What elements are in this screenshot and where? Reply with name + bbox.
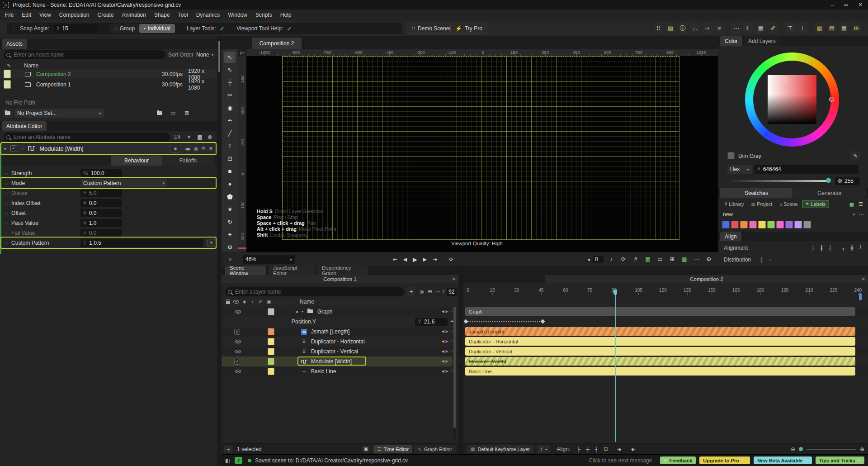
image-icon[interactable]: ▦ xyxy=(643,254,652,264)
timeline-scrollbar[interactable] xyxy=(859,293,862,300)
message-count-badge[interactable]: 7 xyxy=(235,457,242,464)
display-icon[interactable]: ▭ xyxy=(656,254,665,264)
next-message-link[interactable]: Click to see next message xyxy=(589,457,652,464)
input-connection-icon[interactable]: ◀ xyxy=(184,147,188,151)
ease-filter-field[interactable]: ƒ - xyxy=(537,445,550,453)
viewport-frame-counter[interactable]: 0 xyxy=(593,256,604,263)
connection-circle-icon[interactable]: ○ xyxy=(449,358,454,363)
attribute-value-field[interactable]: #0.0 xyxy=(80,209,122,217)
zoom-level-select[interactable]: 46% ▾ xyxy=(243,255,295,264)
color-swatch[interactable] xyxy=(758,221,766,228)
color-swatch[interactable] xyxy=(740,221,748,228)
expand-tools-icon[interactable]: » xyxy=(224,255,236,264)
connection-circle-icon[interactable]: ○ xyxy=(449,338,454,343)
layer-row-jsmath-length[interactable]: ✓JSJsmath [Length]◀▶○ xyxy=(222,327,452,337)
color-swatch[interactable] xyxy=(767,221,775,228)
draw-icon[interactable]: ✐ xyxy=(768,23,778,34)
menu-item-animation[interactable]: Animation xyxy=(118,10,150,20)
asset-name[interactable]: Composition 2 xyxy=(36,71,71,77)
checkerboard-icon[interactable]: ▩ xyxy=(680,254,689,264)
source-labels[interactable]: ⚑Labels xyxy=(802,200,830,208)
timeline-bar-duplicator-horizontal[interactable]: Duplicator - Horizontal xyxy=(465,337,855,346)
layer-search-input[interactable] xyxy=(235,289,401,295)
output-connection-icon[interactable]: ▶ xyxy=(445,359,449,363)
layer-row-position-y[interactable]: Position.YY21.6◂▸ xyxy=(222,317,452,327)
more-icon[interactable]: ⋯ xyxy=(731,23,742,34)
cells-view-icon[interactable]: ▦ xyxy=(839,23,849,34)
columns-view-icon[interactable]: ▥ xyxy=(814,23,825,34)
tab-align[interactable]: Align xyxy=(720,232,741,241)
layer-name[interactable]: Graph xyxy=(317,309,332,315)
audio-icon[interactable]: ♪ xyxy=(607,254,616,264)
attribute-search-field[interactable] xyxy=(4,133,170,142)
visibility-eye-icon[interactable] xyxy=(234,310,241,314)
hex-mode-select[interactable]: Hex▾ xyxy=(727,165,752,174)
connection-circle-icon[interactable]: ○ xyxy=(449,309,454,313)
tool-direct-select-icon[interactable]: ⇖ xyxy=(224,64,236,76)
tool-rotate-icon[interactable]: ↻ xyxy=(224,216,236,228)
align-keyframes-icon[interactable]: ┤ xyxy=(593,446,601,453)
asset-row[interactable]: Composition 230.00fps1920 x 1080 xyxy=(0,69,217,79)
snap-angle-field[interactable]: # 15 xyxy=(54,24,98,33)
layer-list-scrollbar[interactable] xyxy=(453,307,456,439)
tab-dependency-graph[interactable]: Dependency Graph xyxy=(317,266,368,275)
tab-color[interactable]: Color xyxy=(720,36,742,46)
tab-scene-window[interactable]: Scene Window xyxy=(225,266,266,275)
playhead-line[interactable] xyxy=(615,295,616,442)
alpha-value-field[interactable]: 255 xyxy=(835,177,859,185)
nudge-keyframe-icon[interactable]: ◆› xyxy=(628,446,639,453)
nudge-keyframe-icon[interactable]: ‹◆ xyxy=(613,446,624,453)
layer-row-duplicator-horizontal[interactable]: ⠿Duplicator - Horizontal◀▶○ xyxy=(222,337,452,347)
align-top-icon[interactable]: ⊤ xyxy=(785,23,796,34)
collapse-button[interactable]: ◂ xyxy=(224,446,232,453)
grid-view-icon[interactable]: ▦ xyxy=(848,200,856,208)
layer-search-field[interactable] xyxy=(225,287,404,296)
menu-item-shape[interactable]: Shape xyxy=(150,10,174,20)
refresh-icon[interactable]: ⟳ xyxy=(619,254,628,264)
menu-item-window[interactable]: Window xyxy=(224,10,251,20)
color-swatch[interactable] xyxy=(803,221,811,228)
menu-item-edit[interactable]: Edit xyxy=(18,10,35,20)
sv-square[interactable] xyxy=(768,75,816,124)
input-connection-icon[interactable]: ◀ xyxy=(441,309,445,314)
frame-back-icon[interactable]: ◂ xyxy=(585,254,592,264)
menu-item-help[interactable]: Help xyxy=(276,10,296,20)
align-keyframes-icon[interactable]: ⊡ xyxy=(602,446,610,453)
distribute-icon[interactable]: ║ xyxy=(757,256,766,264)
previous-frame-button[interactable]: ◀ xyxy=(401,254,410,264)
attribute-row-pass-value[interactable]: ○Pass Value#1.0 xyxy=(1,218,217,228)
project-folder-button[interactable] xyxy=(3,109,13,118)
output-connection-icon[interactable]: ▶ xyxy=(188,147,191,151)
input-connection-icon[interactable]: ◀ xyxy=(441,329,445,333)
more-options-icon[interactable]: ⋯ xyxy=(859,211,864,218)
color-swatch[interactable] xyxy=(794,221,802,228)
align-vertical-icon[interactable]: ┴ xyxy=(856,244,865,252)
pin-icon[interactable]: ◎ xyxy=(194,146,198,152)
expand-icon[interactable]: ⊡ xyxy=(202,146,206,152)
palette-row[interactable]: new ▾ ⋯ xyxy=(718,210,868,219)
attribute-value-field[interactable]: #5.0 xyxy=(80,189,122,197)
tool-transform-icon[interactable]: ⊡ xyxy=(224,153,236,164)
tool-line-icon[interactable]: ╱ xyxy=(224,128,236,139)
splitter-handle[interactable] xyxy=(218,41,220,72)
chevron-expanded-icon[interactable]: ▾ xyxy=(300,309,305,314)
demo-scenes-button[interactable]: ∷ Demo Scenes xyxy=(407,23,457,34)
layer-name[interactable]: Basic Line xyxy=(311,368,336,375)
tab-generator[interactable]: Generator xyxy=(793,188,866,198)
menu-item-dynamics[interactable]: Dynamics xyxy=(192,10,224,20)
open-project-button[interactable] xyxy=(155,109,165,118)
status-message[interactable]: Saved scene to: D:/DATA/AI Creator/Caval… xyxy=(255,457,408,464)
radio-icon[interactable]: ○ xyxy=(21,146,24,152)
enable-checkbox[interactable]: ✓ xyxy=(234,359,240,365)
attribute-dropdown[interactable]: Custom Pattern▾ xyxy=(80,179,167,187)
connection-circle-icon[interactable]: ○ xyxy=(449,328,454,333)
asset-color-swatch[interactable] xyxy=(4,80,11,89)
color-swatch[interactable] xyxy=(731,221,739,228)
go-to-end-button[interactable]: ⇥ xyxy=(430,254,439,264)
align-bars-icon[interactable]: ≡ xyxy=(714,23,725,34)
status-button-feedback[interactable]: ✉Feedback xyxy=(660,456,696,464)
attribute-row-custom-pattern[interactable]: ○Custom PatternT1,0.5+ xyxy=(1,238,217,248)
asset-search-input[interactable] xyxy=(14,52,163,58)
sort-order-control[interactable]: Sort Order None ▾ xyxy=(168,50,213,59)
layer-name[interactable]: Duplicator - Horizontal xyxy=(311,338,365,345)
